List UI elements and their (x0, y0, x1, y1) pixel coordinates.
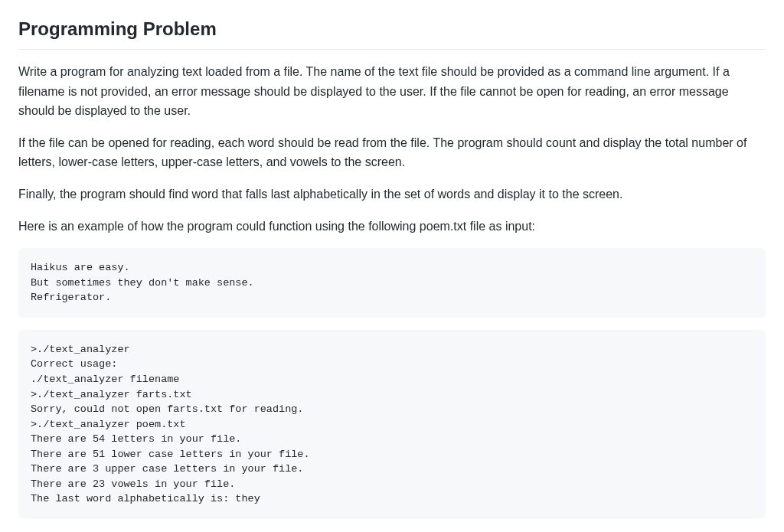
paragraph-final: Finally, the program should find word th… (18, 184, 766, 204)
code-block-poem: Haikus are easy. But sometimes they don'… (18, 248, 766, 318)
paragraph-intro: Write a program for analyzing text loade… (18, 62, 766, 121)
paragraph-details: If the file can be opened for reading, e… (18, 133, 766, 172)
paragraph-example: Here is an example of how the program co… (18, 217, 766, 237)
page-title: Programming Problem (18, 15, 766, 50)
code-block-output: >./text_analyzer Correct usage: ./text_a… (18, 330, 766, 519)
